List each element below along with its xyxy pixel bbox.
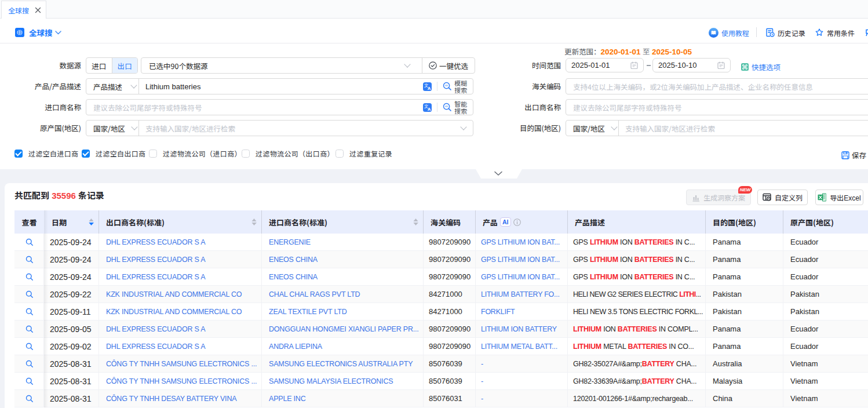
svg-text:A: A: [428, 107, 431, 112]
svg-text:A: A: [428, 86, 431, 91]
